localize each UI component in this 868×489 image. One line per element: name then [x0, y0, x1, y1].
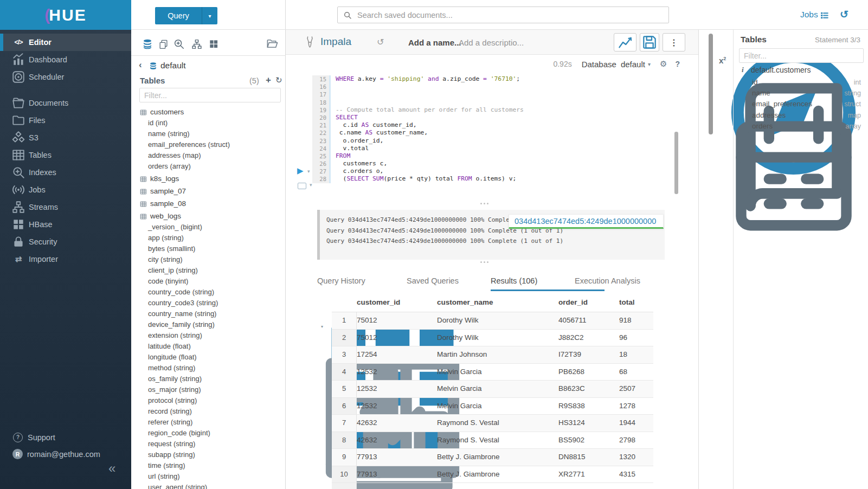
sidebar-item-importer[interactable]: ⇄Importer — [0, 250, 131, 268]
sidebar-item-support[interactable]: ? Support — [0, 430, 131, 445]
code-line[interactable]: 23 o.order_id, — [312, 137, 692, 145]
refresh-tables-icon[interactable]: ↻ — [275, 75, 282, 85]
code-line[interactable]: 26 customers c, — [312, 160, 692, 168]
assist-database-icon[interactable] — [142, 38, 153, 50]
assist-column-item[interactable]: email_preferences (struct) — [131, 139, 286, 150]
sidebar-item-scheduler[interactable]: Scheduler — [0, 68, 131, 86]
code-line[interactable]: 15WHERE a.key = 'shipping' and a.zip_cod… — [312, 75, 692, 83]
assist-table-item[interactable]: web_logs — [131, 210, 286, 222]
sidebar-item-streams[interactable]: Streams — [0, 198, 131, 216]
assist-column-item[interactable]: os_family (string) — [131, 374, 286, 384]
sidebar-item-jobs[interactable]: Jobs — [0, 181, 131, 198]
sidebar-item-tables[interactable]: Tables — [0, 146, 131, 164]
assist-column-item[interactable]: os_major (string) — [131, 384, 286, 395]
assist-column-item[interactable]: bytes (smallint) — [131, 243, 286, 254]
code-line[interactable]: 28 (SELECT SUM(price * qty) total FROM o… — [312, 175, 692, 183]
execute-options-caret-icon[interactable]: ▾ — [307, 169, 310, 174]
code-line[interactable]: 27 c.orders o, — [312, 168, 692, 175]
active-table-name[interactable]: default.customers — [751, 66, 811, 74]
column-header[interactable]: order_id — [558, 293, 619, 312]
assist-column-item[interactable]: url (string) — [131, 471, 286, 482]
result-chart-caret-icon[interactable]: ▾ — [321, 324, 323, 329]
assist-column-item[interactable]: user_agent (string) — [131, 482, 286, 489]
info-icon[interactable]: i — [742, 66, 744, 74]
tab-results-106[interactable]: Results (106) — [491, 276, 537, 285]
table-row[interactable]: 742632Raymond S. VestalHS31241944 — [332, 415, 653, 432]
table-row[interactable]: 612532Melvin GarciaR9S8381278 — [332, 398, 653, 415]
assist-column-item[interactable]: city (string) — [131, 254, 286, 265]
jobs-link[interactable]: Jobs — [800, 10, 818, 20]
assist-column-item[interactable]: region_code (bigint) — [131, 428, 286, 439]
functions-icon[interactable]: x2 — [719, 56, 726, 65]
assist-column-item[interactable]: method (string) — [131, 363, 286, 374]
help-icon[interactable]: ? — [675, 60, 680, 68]
assist-table-item[interactable]: sample_07 — [131, 185, 286, 197]
database-caret-icon[interactable]: ▾ — [648, 61, 651, 67]
assist-column-item[interactable]: subapp (string) — [131, 449, 286, 460]
table-row[interactable]: 1077913Betty J. GiambroneXR27714315 — [332, 466, 653, 484]
table-row[interactable]: 175012Dorothy Wilk4056711918 — [332, 312, 653, 330]
sidebar-item-dashboard[interactable]: Dashboard — [0, 51, 131, 68]
code-line[interactable]: 21 c.id AS customer_id, — [312, 121, 692, 129]
breadcrumb-database[interactable]: default — [160, 61, 186, 70]
assist-column-item[interactable]: country_name (string) — [131, 308, 286, 319]
sql-editor[interactable]: 15WHERE a.key = 'shipping' and a.zip_cod… — [312, 75, 692, 183]
assist-column-item[interactable]: code (tinyint) — [131, 276, 286, 287]
assist-column-item[interactable]: latitude (float) — [131, 341, 286, 352]
assist-column-item[interactable]: time (string) — [131, 460, 286, 471]
tab-execution-analysis[interactable]: Execution Analysis — [575, 276, 640, 285]
column-header[interactable]: customer_name — [437, 293, 558, 312]
assist-documents-icon[interactable] — [158, 38, 169, 50]
editor-history-icon[interactable]: ↺ — [377, 37, 384, 47]
code-line[interactable]: 19-- Compute total amount per order for … — [312, 106, 692, 114]
sidebar-item-security[interactable]: Security — [0, 233, 131, 250]
sidebar-item-indexes[interactable]: Indexes — [0, 164, 131, 181]
assist-table-item[interactable]: k8s_logs — [131, 173, 286, 184]
table-row[interactable]: 317254Martin JohnsonI72T3918 — [332, 346, 653, 364]
right-panel-column-item[interactable]: ordersarray — [739, 121, 861, 132]
resize-handle[interactable] — [480, 261, 488, 263]
sidebar-item-hbase[interactable]: HBase — [0, 216, 131, 233]
right-panel-column-item[interactable]: email_preferencesstruct — [739, 99, 861, 110]
new-query-button[interactable]: Query ▾ — [155, 7, 217, 24]
snippet-caret-icon[interactable]: ▾ — [310, 182, 312, 188]
sidebar-item-s3[interactable]: S3 — [0, 129, 131, 146]
code-line[interactable]: 24 v.total — [312, 145, 692, 152]
query-history-icon[interactable]: ↺ — [840, 8, 848, 21]
table-row[interactable]: 977913Betty J. GiambroneDN88151320 — [332, 449, 653, 466]
more-actions-button[interactable]: ⋮ — [663, 33, 685, 52]
search-input[interactable] — [356, 10, 668, 20]
sidebar-collapse-icon[interactable]: « — [108, 461, 115, 476]
code-line[interactable]: 18 — [312, 99, 692, 106]
sidebar-item-editor[interactable]: </>Editor — [0, 34, 131, 51]
assist-column-item[interactable]: referer (string) — [131, 417, 286, 428]
sidebar-item-documents[interactable]: Documents — [0, 94, 131, 112]
assist-apps-icon[interactable] — [208, 38, 219, 49]
assist-search-icon[interactable] — [173, 38, 185, 50]
query-button-label[interactable]: Query — [155, 7, 202, 24]
assist-table-item[interactable]: customers — [131, 106, 286, 118]
column-header[interactable]: customer_id — [357, 293, 437, 312]
sidebar-item-files[interactable]: Files — [0, 112, 131, 129]
right-panel-column-item[interactable]: idint — [739, 77, 861, 88]
breadcrumb-back-icon[interactable]: ‹ — [139, 60, 142, 70]
code-line[interactable]: 20SELECT — [312, 114, 692, 121]
right-panel-column-item[interactable]: namestring — [739, 88, 861, 99]
sidebar-item-user[interactable]: R romain@gethue.com — [0, 447, 131, 461]
save-button[interactable] — [640, 33, 659, 52]
query-name-field[interactable]: Add a name... — [408, 38, 461, 47]
assist-column-item[interactable]: record (string) — [131, 406, 286, 417]
query-id-link[interactable]: 034d413ec7474ed5:4249de1000000000 — [509, 217, 656, 226]
right-panel-column-item[interactable]: addressesmap — [739, 110, 861, 121]
assist-column-item[interactable]: request (string) — [131, 439, 286, 449]
code-line[interactable]: 25FROM — [312, 152, 692, 160]
assist-column-item[interactable]: device_family (string) — [131, 319, 286, 330]
assist-filter-input[interactable] — [139, 88, 281, 102]
table-row[interactable]: 412532Melvin GarciaPB626868 — [332, 364, 653, 381]
assist-column-item[interactable]: client_ip (string) — [131, 265, 286, 276]
global-search[interactable] — [337, 7, 669, 23]
chart-button[interactable] — [614, 33, 636, 52]
right-panel-filter-input[interactable] — [739, 48, 864, 63]
main-scrollbar[interactable] — [709, 34, 713, 134]
query-dropdown-caret-icon[interactable]: ▾ — [202, 7, 217, 24]
